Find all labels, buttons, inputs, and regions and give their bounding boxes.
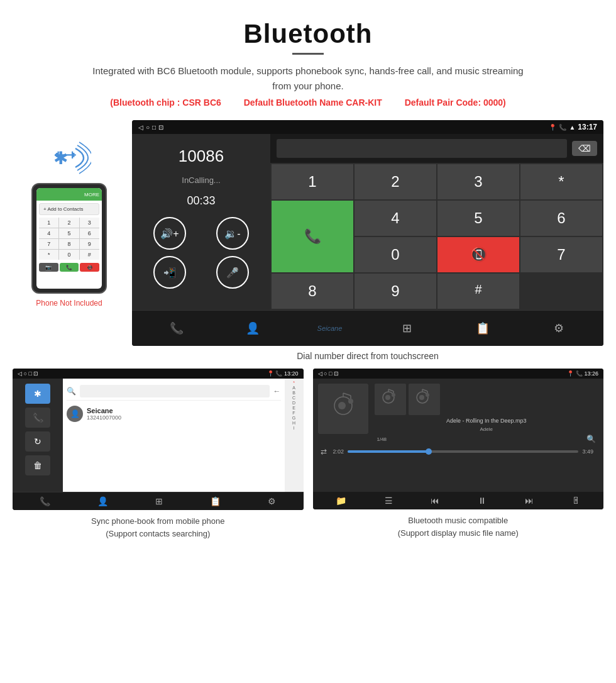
music-thumb-1[interactable]: [375, 384, 406, 415]
pb-home-icon[interactable]: ○: [24, 370, 27, 377]
pb-alpha-b[interactable]: B: [292, 391, 295, 395]
key-9[interactable]: 9: [355, 274, 436, 309]
pb-alpha-star[interactable]: *: [293, 380, 295, 385]
dialer-controls: 🔊+ 🔉- 📲 🎤: [141, 217, 261, 289]
music-list-icon[interactable]: ☰: [385, 496, 393, 506]
bottom-settings-icon[interactable]: ⚙: [547, 317, 570, 340]
pb-status-right: 📍 📞 13:20: [267, 370, 299, 377]
music-call-icon: 📞: [576, 370, 583, 377]
phone-key[interactable]: 1: [39, 218, 58, 228]
key-5[interactable]: 5: [437, 201, 519, 236]
key-8[interactable]: 8: [272, 274, 353, 309]
key-6[interactable]: 6: [520, 201, 602, 236]
pb-alpha-i[interactable]: I: [294, 426, 295, 430]
pb-contact-row[interactable]: 👤 Seicane 13241007000: [67, 401, 281, 427]
phone-key[interactable]: 8: [59, 239, 79, 249]
phone-call-btn[interactable]: 📞: [60, 263, 79, 272]
phone-video-btn[interactable]: 📷: [39, 263, 58, 272]
status-time: 13:17: [578, 123, 597, 131]
phone-key[interactable]: 3: [80, 218, 99, 228]
call-btn[interactable]: 📞: [272, 201, 353, 272]
music-search-icon[interactable]: 🔍: [586, 435, 596, 443]
phonebook-caption: Sync phone-book from mobile phone (Suppo…: [91, 515, 224, 540]
pb-menu-icon[interactable]: ⊡: [33, 370, 38, 377]
key-star-call[interactable]: *: [520, 164, 602, 199]
key-4[interactable]: 4: [355, 201, 436, 236]
pb-delete-btn[interactable]: 🗑: [25, 455, 50, 475]
delete-btn[interactable]: ⌫: [572, 141, 597, 156]
dialer-input-field[interactable]: [277, 139, 567, 158]
status-nav-icons: ◁ ○ □ ⊡: [138, 124, 163, 131]
pb-btm-dialpad[interactable]: ⊞: [155, 496, 163, 506]
pb-sync-btn[interactable]: ↻: [25, 431, 50, 452]
signal-icon: ▲: [569, 124, 575, 131]
pb-alpha-c[interactable]: C: [292, 396, 295, 400]
music-prev-icon[interactable]: ⏮: [431, 496, 439, 506]
music-eq-icon[interactable]: 🎚: [572, 496, 581, 506]
key-7[interactable]: 7: [520, 237, 602, 272]
pb-back-btn[interactable]: ←: [273, 387, 281, 396]
phone-key[interactable]: 6: [80, 228, 99, 238]
pb-back-icon[interactable]: ◁: [18, 370, 22, 377]
pb-btm-call[interactable]: 📞: [40, 496, 50, 506]
music-next-icon[interactable]: ⏭: [525, 496, 534, 506]
pb-alpha-h[interactable]: H: [292, 421, 295, 425]
pb-btm-contact[interactable]: 👤: [97, 496, 108, 506]
recents-icon[interactable]: □: [152, 124, 156, 131]
car-screen: ◁ ○ □ ⊡ 📍 📞 ▲ 13:17 10086 InCalling...: [132, 120, 603, 346]
pb-avatar: 👤: [67, 406, 83, 422]
chip-info: (Bluetooth chip : CSR BC6 Default Blueto…: [13, 97, 603, 108]
phone-end-btn[interactable]: 📵: [80, 263, 99, 272]
music-menu-icon[interactable]: ⊡: [334, 370, 339, 377]
music-folder-icon[interactable]: 📁: [336, 496, 346, 506]
music-play-icon[interactable]: ⏸: [478, 496, 487, 506]
key-3[interactable]: 3: [437, 164, 519, 199]
mute-btn[interactable]: 🎤: [216, 256, 249, 289]
pb-search-bar[interactable]: [80, 385, 270, 397]
phone-key[interactable]: #: [80, 250, 99, 260]
pb-alpha-index: * A B C D E F G H I: [285, 379, 304, 492]
pb-btm-settings[interactable]: ⚙: [268, 496, 276, 506]
home-icon[interactable]: ○: [146, 124, 150, 131]
key-1[interactable]: 1: [272, 164, 353, 199]
status-right-icons: 📍 📞 ▲ 13:17: [549, 123, 597, 131]
menu-icon[interactable]: ⊡: [158, 124, 163, 131]
pb-alpha-a[interactable]: A: [292, 386, 295, 390]
pb-alpha-f[interactable]: F: [292, 411, 295, 415]
bottom-contact-icon[interactable]: 👤: [241, 317, 264, 340]
bottom-call-icon[interactable]: 📞: [165, 317, 188, 340]
music-back-icon[interactable]: ◁: [318, 370, 322, 377]
pb-call-btn[interactable]: 📞: [25, 408, 50, 428]
bottom-transfer-icon[interactable]: 📋: [471, 317, 494, 340]
pb-btm-transfer[interactable]: 📋: [210, 496, 221, 506]
key-0[interactable]: 0: [355, 237, 436, 272]
bottom-dialpad-icon[interactable]: ⊞: [395, 317, 418, 340]
phone-key[interactable]: 0: [59, 250, 79, 260]
progress-bar[interactable]: [348, 450, 578, 453]
music-home-icon[interactable]: ○: [324, 370, 327, 377]
pb-search-icon[interactable]: 🔍: [67, 387, 76, 396]
transfer-btn[interactable]: 📲: [153, 256, 186, 289]
volume-down-btn[interactable]: 🔉-: [216, 217, 249, 250]
music-recents-icon[interactable]: □: [329, 370, 332, 377]
volume-up-btn[interactable]: 🔊+: [153, 217, 186, 250]
pb-alpha-d[interactable]: D: [292, 401, 295, 405]
pb-recents-icon[interactable]: □: [28, 370, 31, 377]
phone-key[interactable]: *: [39, 250, 58, 260]
music-thumb-2[interactable]: [409, 384, 440, 415]
phone-key[interactable]: 4: [39, 228, 58, 238]
pb-alpha-g[interactable]: G: [292, 416, 295, 420]
shuffle-icon[interactable]: ⇄: [321, 447, 327, 456]
key-2[interactable]: 2: [355, 164, 436, 199]
phone-key[interactable]: 5: [59, 228, 79, 238]
phone-not-included-label: Phone Not Included: [36, 299, 102, 308]
pb-contacts: 🔍 ← 👤 Seicane 13241007000: [63, 379, 285, 492]
phone-key[interactable]: 2: [59, 218, 79, 228]
pb-alpha-e[interactable]: E: [292, 406, 295, 410]
phone-key[interactable]: 9: [80, 239, 99, 249]
key-hash[interactable]: #: [437, 274, 519, 309]
back-icon[interactable]: ◁: [138, 124, 143, 131]
phone-key[interactable]: 7: [39, 239, 58, 249]
end-btn[interactable]: 📵: [437, 237, 519, 272]
pb-bluetooth-btn[interactable]: ✱: [25, 384, 50, 404]
